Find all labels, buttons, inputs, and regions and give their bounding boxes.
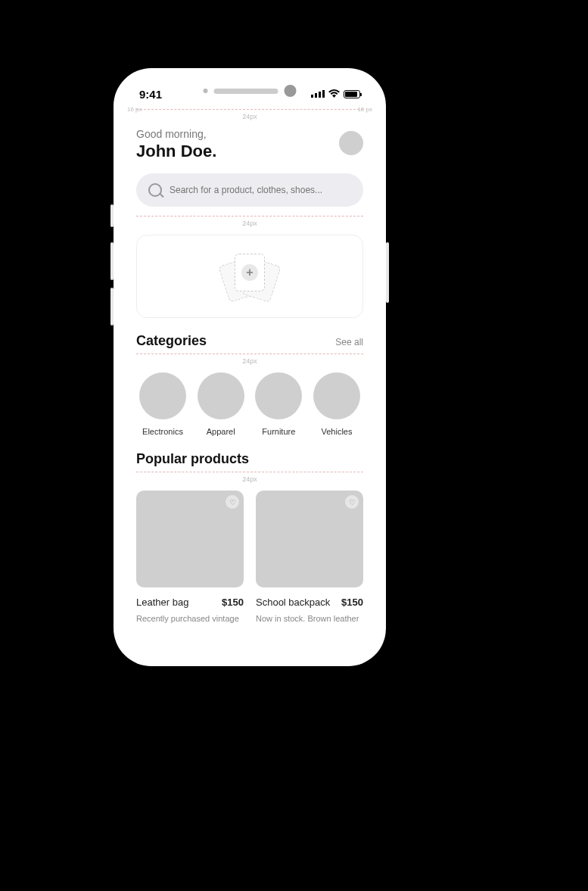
product-desc: Now in stock. Brown leather xyxy=(256,614,363,623)
avatar[interactable] xyxy=(339,131,363,155)
notch xyxy=(204,85,297,97)
product-image: ♡ xyxy=(256,491,363,587)
category-label: Vehicles xyxy=(321,427,352,436)
ruler-label: 24px xyxy=(136,357,363,365)
phone-frame: 16 px 16 px 9:41 24px Good morning, xyxy=(114,68,386,666)
greeting-text: Good morning, xyxy=(136,128,216,140)
wifi-icon xyxy=(328,89,340,99)
banner-card[interactable]: + xyxy=(136,235,363,318)
heart-icon[interactable]: ♡ xyxy=(345,495,359,509)
category-item-vehicles[interactable]: Vehicles xyxy=(310,372,363,436)
ruler-label: 24px xyxy=(136,220,363,227)
screen: 16 px 16 px 9:41 24px Good morning, xyxy=(124,79,375,656)
category-image xyxy=(198,372,244,419)
search-input[interactable] xyxy=(170,185,351,195)
popular-title: Popular products xyxy=(136,451,249,467)
product-card[interactable]: ♡ Leather bag $150 Recently purchased vi… xyxy=(136,491,244,623)
ruler-label: 24px xyxy=(136,113,363,120)
search-icon xyxy=(148,183,162,197)
product-card[interactable]: ♡ School backpack $150 Now in stock. Bro… xyxy=(256,491,363,623)
category-item-furniture[interactable]: Furniture xyxy=(252,372,305,436)
plus-icon: + xyxy=(241,264,258,281)
categories-title: Categories xyxy=(136,333,207,349)
category-image xyxy=(139,372,186,419)
see-all-link[interactable]: See all xyxy=(335,337,363,347)
product-price: $150 xyxy=(222,597,244,608)
product-name: School backpack xyxy=(256,597,330,608)
banner-placeholder: + xyxy=(223,254,276,299)
status-icons xyxy=(311,89,360,99)
username-text: John Doe. xyxy=(136,142,216,161)
category-image xyxy=(313,372,360,419)
product-price: $150 xyxy=(341,597,363,608)
category-item-electronics[interactable]: Electronics xyxy=(136,372,189,436)
category-label: Electronics xyxy=(142,427,183,436)
battery-icon xyxy=(344,90,360,98)
product-image: ♡ xyxy=(136,491,244,587)
heart-icon[interactable]: ♡ xyxy=(226,495,239,509)
ruler-label: 24px xyxy=(136,475,363,483)
category-label: Apparel xyxy=(207,427,235,436)
category-image xyxy=(255,372,302,419)
category-label: Furniture xyxy=(262,427,295,436)
search-box[interactable] xyxy=(136,173,363,207)
status-time: 9:41 xyxy=(139,88,162,101)
product-name: Leather bag xyxy=(136,597,188,608)
status-bar: 16 px 16 px 9:41 xyxy=(124,79,375,109)
signal-icon xyxy=(311,90,325,98)
category-item-apparel[interactable]: Apparel xyxy=(194,372,247,436)
product-desc: Recently purchased vintage xyxy=(136,614,244,623)
